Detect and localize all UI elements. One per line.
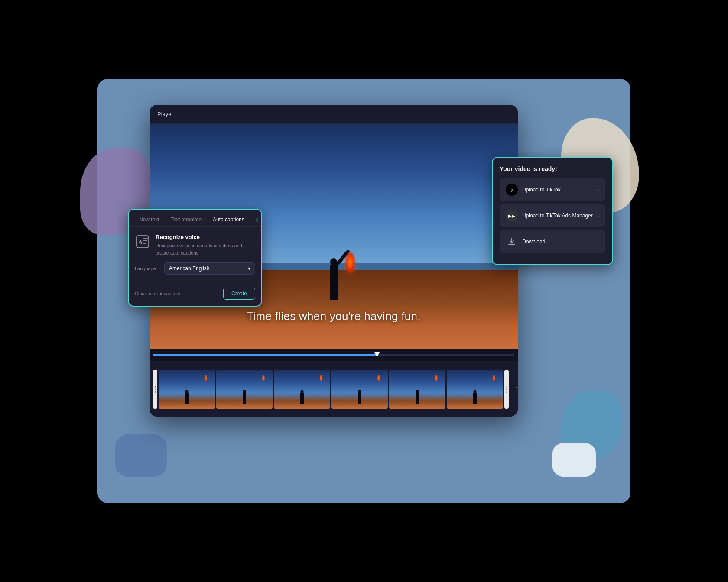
filmstrip-flame-3 xyxy=(320,375,322,381)
upload-tiktok-item[interactable]: ♪ Upload to TikTok › xyxy=(500,178,605,201)
tab-new-text[interactable]: New text xyxy=(135,214,164,226)
recognize-row: A Recognize voice Recognize voice in sou… xyxy=(135,234,255,256)
tab-text-template[interactable]: Text template xyxy=(166,214,206,226)
tiktok-icon: ♪ xyxy=(506,184,518,196)
clear-captions-button[interactable]: Clear current captions xyxy=(135,291,182,296)
outer-frame: Player Time flies when you're having fun… xyxy=(98,79,630,503)
language-row: Language American English ▾ xyxy=(135,262,255,275)
filmstrip: 16:9 ▾ xyxy=(150,361,518,417)
filmstrip-handle-left[interactable] xyxy=(153,370,157,409)
filmstrip-frame-3 xyxy=(274,370,330,409)
filmstrip-flame-5 xyxy=(435,375,438,381)
timeline-playhead xyxy=(374,352,380,357)
captions-footer: Clear current captions Create xyxy=(129,288,261,306)
captions-tabs: New text Text template Auto captions 《 xyxy=(129,210,261,227)
filmstrip-flame-1 xyxy=(205,375,207,381)
filmstrip-fig-3 xyxy=(300,392,304,404)
ready-panel: Your video is ready! ♪ Upload to TikTok … xyxy=(492,157,613,265)
download-icon xyxy=(506,236,518,248)
filmstrip-fig-6 xyxy=(473,392,477,404)
editor-header: Player xyxy=(150,105,518,124)
tiktok-chevron: › xyxy=(597,186,599,193)
timeline-track[interactable] xyxy=(153,354,514,356)
bg-shape-light xyxy=(552,443,596,477)
svg-text:A: A xyxy=(138,239,143,246)
language-label: Language xyxy=(135,266,161,271)
upload-tiktok-label: Upload to TikTok xyxy=(522,187,561,193)
recognize-voice-icon: A xyxy=(135,234,150,249)
filmstrip-frame-2 xyxy=(216,370,273,409)
timeline-bar[interactable] xyxy=(150,349,518,361)
download-item[interactable]: Download xyxy=(500,230,605,253)
flame xyxy=(346,252,354,272)
bg-shape-blue xyxy=(115,434,167,477)
filmstrip-fig-5 xyxy=(416,392,419,404)
silhouette-body xyxy=(330,265,338,300)
filmstrip-handle-right[interactable] xyxy=(504,370,509,409)
filmstrip-frame-1 xyxy=(159,370,215,409)
filmstrip-flame-2 xyxy=(262,375,265,381)
language-chevron: ▾ xyxy=(248,265,250,272)
filmstrip-flame-4 xyxy=(377,375,380,381)
captions-body: A Recognize voice Recognize voice in sou… xyxy=(129,227,261,288)
aspect-ratio-button[interactable]: 16:9 ▾ xyxy=(515,386,518,392)
filmstrip-fig-1 xyxy=(185,392,188,404)
filmstrip-controls: 16:9 ▾ xyxy=(510,385,518,393)
recognize-text: Recognize voice Recognize voice in sound… xyxy=(156,234,255,256)
upload-tiktok-ads-label: Upload to TikTok Ads Manager xyxy=(522,213,593,219)
create-button[interactable]: Create xyxy=(223,288,255,300)
language-select[interactable]: American English ▾ xyxy=(164,262,255,275)
upload-tiktok-ads-item[interactable]: ▶▶ Upload to TikTok Ads Manager › xyxy=(500,204,605,227)
captions-panel: New text Text template Auto captions 《 A xyxy=(128,209,262,307)
filmstrip-frame-5 xyxy=(389,370,445,409)
download-label: Download xyxy=(522,239,545,245)
filmstrip-flame-6 xyxy=(493,375,495,381)
recognize-desc: Recognize voice in sounds or videos and … xyxy=(156,242,255,256)
tiktok-ads-icon: ▶▶ xyxy=(506,210,518,222)
timeline-progress xyxy=(153,354,377,356)
tab-arrows[interactable]: 《 xyxy=(251,214,260,226)
tab-auto-captions[interactable]: Auto captions xyxy=(208,214,249,226)
language-value: American English xyxy=(169,265,209,272)
tiktok-ads-chevron: › xyxy=(597,212,599,219)
filmstrip-fig-4 xyxy=(358,392,361,404)
filmstrip-frame-4 xyxy=(332,370,388,409)
video-caption: Time flies when you're having fun. xyxy=(150,310,518,323)
ready-panel-title: Your video is ready! xyxy=(500,165,605,172)
recognize-title: Recognize voice xyxy=(156,234,255,240)
filmstrip-fig-2 xyxy=(243,392,246,404)
player-label: Player xyxy=(157,111,173,117)
filmstrip-frame-6 xyxy=(447,370,503,409)
